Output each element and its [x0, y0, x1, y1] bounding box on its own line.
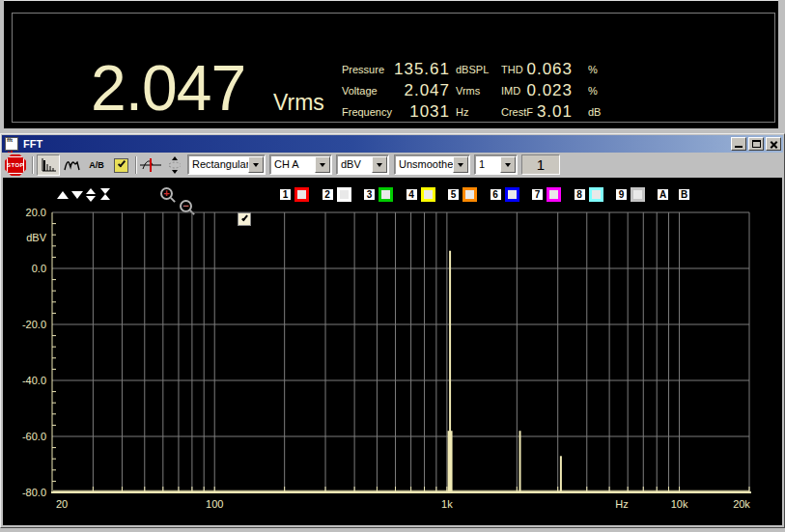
- fft-window: fft FFT STOP: [0, 133, 785, 528]
- maximize-icon: [752, 140, 761, 148]
- svg-text:dBV: dBV: [26, 232, 46, 243]
- fit-vertical-icon: [166, 156, 183, 174]
- time-record-button[interactable]: [139, 154, 162, 176]
- svg-text:20k: 20k: [733, 498, 750, 510]
- titlebar[interactable]: fft FFT: [2, 135, 783, 153]
- chevron-down-icon[interactable]: [372, 156, 387, 173]
- maximize-button[interactable]: [748, 137, 764, 151]
- checklist-icon: [114, 158, 128, 173]
- svg-text:1k: 1k: [441, 498, 453, 510]
- readout-unit: Hz: [456, 106, 468, 118]
- svg-text:-60.0: -60.0: [22, 431, 46, 442]
- chevron-down-icon[interactable]: [453, 156, 468, 173]
- readout-row: IMD0.023%: [499, 80, 654, 101]
- readout-row: THD0.063%: [499, 59, 654, 80]
- stop-button[interactable]: STOP: [5, 154, 26, 176]
- spectrum-bars-icon: [41, 157, 57, 173]
- measurement-setup-button[interactable]: [109, 154, 132, 176]
- close-button[interactable]: [766, 137, 781, 151]
- minimize-button[interactable]: [731, 137, 746, 151]
- readout-group-right: THD0.063%IMD0.023%CrestF3.01dB: [499, 59, 654, 123]
- readout-unit: %: [588, 85, 598, 97]
- average-counter: 1: [521, 154, 560, 175]
- svg-text:10k: 10k: [671, 498, 688, 510]
- window-function-select[interactable]: Rectangular: [187, 154, 266, 175]
- svg-text:-80.0: -80.0: [22, 487, 46, 498]
- readout-value: 2.047: [340, 81, 450, 100]
- meter-main-value: 2.047: [91, 51, 245, 125]
- chevron-down-icon[interactable]: [248, 156, 264, 173]
- signal-cursor-icon: [140, 157, 161, 173]
- response-curve-icon: [64, 157, 81, 173]
- readout-value: 0.063: [499, 60, 573, 79]
- fft-app-icon: fft: [5, 137, 18, 151]
- fit-vertical-button[interactable]: [163, 154, 186, 176]
- toolbar: STOP A/B: [2, 153, 783, 178]
- curve-mode-button[interactable]: [61, 154, 84, 176]
- svg-text:20.0: 20.0: [26, 207, 46, 218]
- readout-value: 0.023: [499, 81, 573, 100]
- svg-text:-40.0: -40.0: [22, 375, 46, 386]
- svg-text:20: 20: [56, 498, 68, 510]
- readout-unit: dBSPL: [456, 64, 489, 75]
- spectrum-mode-button[interactable]: [37, 154, 60, 176]
- channel-select[interactable]: CH A: [269, 154, 332, 175]
- toolbar-separator: [135, 156, 137, 174]
- svg-text:100: 100: [206, 498, 223, 510]
- readout-unit: dB: [588, 106, 601, 118]
- readout-value: 1031: [340, 102, 450, 122]
- window-title: FFT: [23, 138, 42, 150]
- y-unit-select[interactable]: dBV: [336, 154, 389, 175]
- smoothing-select[interactable]: Unsmoothed: [394, 154, 470, 175]
- readout-value: 135.61: [340, 60, 450, 79]
- readout-unit: Vrms: [456, 85, 480, 97]
- readout-row: CrestF3.01dB: [499, 101, 654, 123]
- ab-compare-button[interactable]: A/B: [85, 154, 108, 176]
- svg-text:Hz: Hz: [615, 498, 628, 510]
- chevron-down-icon[interactable]: [315, 156, 330, 173]
- minimize-icon: [735, 146, 743, 148]
- screen: 2.047 Vrms Pressure135.61dBSPLVoltage2.0…: [0, 0, 785, 532]
- chevron-down-icon[interactable]: [500, 156, 516, 173]
- averages-select[interactable]: 1: [474, 154, 518, 175]
- meter-main-unit: Vrms: [273, 90, 324, 116]
- fft-spectrum-plot[interactable]: 20.00.0-20.0-40.0-60.0-80.0dBV201001k10k…: [3, 178, 782, 525]
- readout-unit: %: [588, 64, 598, 75]
- svg-text:-20.0: -20.0: [22, 319, 46, 330]
- svg-text:0.0: 0.0: [32, 263, 46, 274]
- readout-value: 3.01: [499, 102, 573, 122]
- level-meter-panel: 2.047 Vrms Pressure135.61dBSPLVoltage2.0…: [4, 0, 778, 128]
- toolbar-separator: [32, 156, 34, 174]
- plot-panel: + − 123456789AB 20.00.0-20.0-40.0-60.0-8…: [3, 178, 782, 525]
- ab-icon: A/B: [89, 160, 104, 170]
